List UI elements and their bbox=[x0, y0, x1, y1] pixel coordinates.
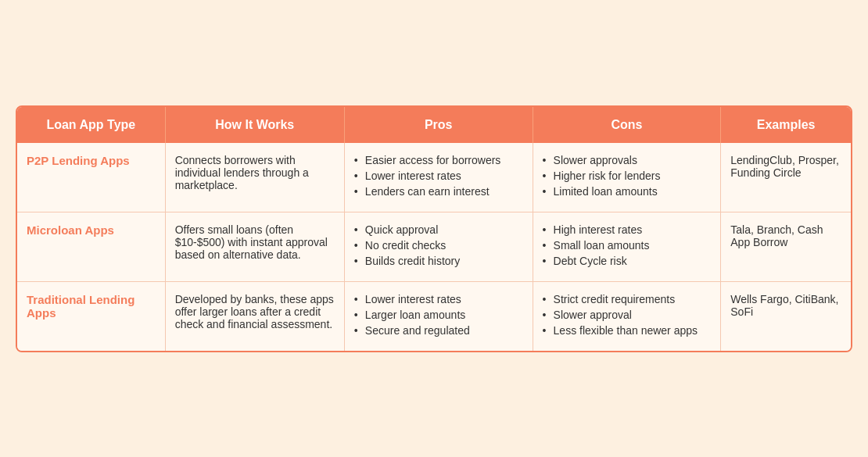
table-row: Microloan AppsOffers small loans (often … bbox=[17, 212, 851, 281]
pro-item: No credit checks bbox=[354, 239, 523, 252]
examples-1: Tala, Branch, Cash App Borrow bbox=[721, 212, 851, 281]
header-loan-type: Loan App Type bbox=[17, 107, 165, 143]
pros-0: Easier access for borrowersLower interes… bbox=[344, 143, 533, 212]
cons-0: Slower approvalsHigher risk for lendersL… bbox=[533, 143, 721, 212]
loan-type-label: P2P Lending Apps bbox=[27, 154, 130, 167]
loan-type-1: Microloan Apps bbox=[17, 212, 165, 281]
con-item: Strict credit requirements bbox=[543, 293, 712, 305]
con-item: Higher risk for lenders bbox=[543, 170, 712, 182]
con-item: High interest rates bbox=[543, 223, 712, 236]
header-how-it-works: How It Works bbox=[165, 107, 344, 143]
con-item: Small loan amounts bbox=[543, 239, 712, 252]
cons-1: High interest ratesSmall loan amountsDeb… bbox=[533, 212, 721, 281]
con-item: Limited loan amounts bbox=[543, 185, 712, 198]
loan-type-2: Traditional Lending Apps bbox=[17, 281, 165, 351]
pro-item: Larger loan amounts bbox=[354, 309, 523, 321]
how-it-works-0: Connects borrowers with individual lende… bbox=[165, 143, 344, 212]
examples-0: LendingClub, Prosper, Funding Circle bbox=[721, 143, 851, 212]
con-item: Less flexible than newer apps bbox=[543, 324, 712, 337]
pro-item: Secure and regulated bbox=[354, 324, 523, 337]
pro-item: Quick approval bbox=[354, 223, 523, 236]
header-pros: Pros bbox=[344, 107, 533, 143]
pros-2: Lower interest ratesLarger loan amountsS… bbox=[344, 281, 533, 351]
pro-item: Easier access for borrowers bbox=[354, 154, 523, 166]
pro-item: Lower interest rates bbox=[354, 170, 523, 182]
how-it-works-1: Offers small loans (often $10-$500) with… bbox=[165, 212, 344, 281]
loan-type-0: P2P Lending Apps bbox=[17, 143, 165, 212]
examples-2: Wells Fargo, CitiBank, SoFi bbox=[721, 281, 851, 351]
pro-item: Builds credit history bbox=[354, 255, 523, 267]
table-row: Traditional Lending AppsDeveloped by ban… bbox=[17, 281, 851, 351]
con-item: Slower approval bbox=[543, 309, 712, 321]
pro-item: Lenders can earn interest bbox=[354, 185, 523, 198]
con-item: Slower approvals bbox=[543, 154, 712, 166]
header-examples: Examples bbox=[721, 107, 851, 143]
table-row: P2P Lending AppsConnects borrowers with … bbox=[17, 143, 851, 212]
how-it-works-2: Developed by banks, these apps offer lar… bbox=[165, 281, 344, 351]
pro-item: Lower interest rates bbox=[354, 293, 523, 305]
loan-type-label: Microloan Apps bbox=[27, 223, 114, 237]
header-cons: Cons bbox=[533, 107, 721, 143]
loan-type-label: Traditional Lending Apps bbox=[27, 293, 135, 320]
pros-1: Quick approvalNo credit checksBuilds cre… bbox=[344, 212, 533, 281]
comparison-table: Loan App Type How It Works Pros Cons Exa… bbox=[16, 105, 852, 352]
con-item: Debt Cycle risk bbox=[543, 255, 712, 267]
cons-2: Strict credit requirementsSlower approva… bbox=[533, 281, 721, 351]
